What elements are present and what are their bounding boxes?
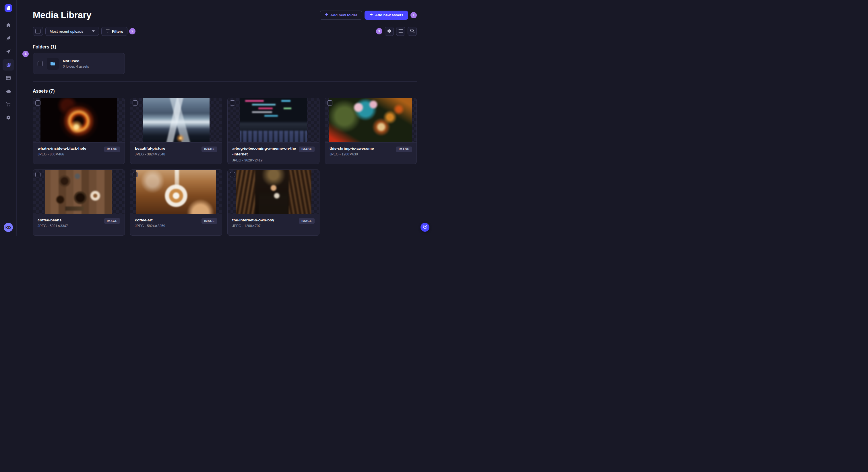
sidebar-item-deploy[interactable] bbox=[3, 86, 14, 97]
cloud-icon bbox=[5, 88, 11, 94]
asset-meta: JPEG - 1200✕630 bbox=[330, 152, 394, 156]
header-actions: Add new folder Add new assets 1 bbox=[320, 11, 417, 20]
asset-meta: JPEG - 800✕466 bbox=[38, 152, 102, 156]
search-button[interactable] bbox=[408, 27, 417, 36]
tour-step-badge-4[interactable]: 4 bbox=[22, 51, 29, 57]
add-new-assets-button[interactable]: Add new assets bbox=[365, 11, 408, 20]
folder-icon bbox=[47, 58, 59, 70]
asset-checkbox[interactable] bbox=[133, 100, 138, 105]
asset-meta: JPEG - 1200✕707 bbox=[232, 224, 297, 228]
asset-card-footer: a-bug-is-becoming-a-meme-on-the-internet… bbox=[228, 142, 319, 164]
asset-text: this-shrimp-is-awesome JPEG - 1200✕630 bbox=[330, 146, 394, 156]
folder-card[interactable]: Not used 0 folder, 4 assets bbox=[33, 53, 125, 74]
tour-step-badge-3[interactable]: 3 bbox=[376, 28, 382, 34]
asset-name: coffee-art bbox=[135, 217, 199, 223]
asset-name: a-bug-is-becoming-a-meme-on-the-internet bbox=[232, 146, 297, 158]
asset-thumbnail bbox=[40, 98, 117, 142]
sidebar-item-marketplace[interactable] bbox=[3, 99, 14, 110]
gear-icon bbox=[5, 115, 11, 121]
asset-type-badge: IMAGE bbox=[104, 146, 120, 152]
gear-icon bbox=[386, 28, 392, 34]
asset-card-footer: coffee-beans JPEG - 5021✕3347 IMAGE bbox=[33, 214, 125, 235]
filters-button[interactable]: Filters bbox=[101, 27, 127, 36]
asset-card[interactable]: coffee-art JPEG - 5824✕3259 IMAGE bbox=[130, 169, 222, 236]
asset-thumbnail-area bbox=[228, 98, 319, 142]
asset-type-badge: IMAGE bbox=[104, 218, 120, 224]
toolbar-right: 3 bbox=[376, 27, 417, 36]
asset-thumbnail-area bbox=[33, 170, 125, 214]
asset-thumbnail bbox=[329, 98, 412, 142]
asset-checkbox[interactable] bbox=[35, 172, 40, 177]
assets-section: Assets (7) what-s-inside-a-black-hole JP… bbox=[33, 89, 417, 236]
cart-icon bbox=[5, 102, 11, 107]
asset-card[interactable]: a-bug-is-becoming-a-meme-on-the-internet… bbox=[227, 98, 319, 164]
assets-grid: what-s-inside-a-black-hole JPEG - 800✕46… bbox=[33, 98, 417, 236]
asset-text: coffee-art JPEG - 5824✕3259 bbox=[135, 217, 199, 228]
asset-card-footer: what-s-inside-a-black-hole JPEG - 800✕46… bbox=[33, 142, 125, 164]
asset-checkbox[interactable] bbox=[35, 100, 40, 105]
asset-card[interactable]: the-internet-s-own-boy JPEG - 1200✕707 I… bbox=[227, 169, 319, 236]
tour-step-badge-2[interactable]: 2 bbox=[129, 28, 135, 34]
asset-card[interactable]: coffee-beans JPEG - 5021✕3347 IMAGE bbox=[33, 169, 125, 236]
asset-checkbox[interactable] bbox=[133, 172, 138, 177]
asset-type-badge: IMAGE bbox=[202, 218, 217, 224]
asset-thumbnail-area bbox=[130, 98, 222, 142]
sidebar-item-content-manager[interactable] bbox=[3, 33, 14, 44]
asset-thumbnail-area bbox=[130, 170, 222, 214]
asset-type-badge: IMAGE bbox=[299, 146, 315, 152]
layout-icon bbox=[5, 75, 11, 81]
user-avatar[interactable]: KD bbox=[4, 223, 13, 232]
sidebar-item-content-type-builder[interactable] bbox=[3, 72, 14, 84]
select-all-checkbox[interactable] bbox=[35, 29, 40, 34]
asset-checkbox[interactable] bbox=[230, 172, 235, 177]
strapi-logo-icon[interactable] bbox=[5, 4, 12, 12]
asset-type-badge: IMAGE bbox=[202, 146, 217, 152]
asset-meta: JPEG - 3628✕2419 bbox=[232, 158, 297, 162]
plus-icon bbox=[369, 13, 373, 17]
asset-text: the-internet-s-own-boy JPEG - 1200✕707 bbox=[232, 217, 297, 228]
filter-icon bbox=[105, 29, 110, 34]
asset-text: beautiful-picture JPEG - 3824✕2548 bbox=[135, 146, 199, 156]
asset-thumbnail bbox=[45, 170, 112, 214]
filter-toolbar: Most recent uploads Filters 2 3 bbox=[33, 27, 417, 36]
asset-card[interactable]: this-shrimp-is-awesome JPEG - 1200✕630 I… bbox=[324, 98, 417, 164]
asset-card-footer: the-internet-s-own-boy JPEG - 1200✕707 I… bbox=[228, 214, 319, 235]
folder-checkbox[interactable] bbox=[38, 61, 43, 66]
folder-count: 0 folder, 4 assets bbox=[63, 65, 89, 69]
paper-plane-icon bbox=[5, 49, 11, 55]
sidebar-nav bbox=[3, 20, 14, 123]
sidebar-item-media-library[interactable] bbox=[3, 59, 14, 71]
asset-type-badge: IMAGE bbox=[396, 146, 412, 152]
asset-checkbox[interactable] bbox=[230, 100, 235, 105]
asset-thumbnail-area bbox=[325, 98, 416, 142]
asset-name: this-shrimp-is-awesome bbox=[330, 146, 394, 151]
section-divider bbox=[33, 81, 417, 82]
folder-name: Not used bbox=[63, 59, 89, 64]
sidebar-item-releases[interactable] bbox=[3, 46, 14, 57]
folders-heading: Folders (1) bbox=[33, 44, 417, 49]
add-new-folder-button[interactable]: Add new folder bbox=[320, 11, 362, 20]
asset-checkbox[interactable] bbox=[327, 100, 332, 105]
asset-thumbnail bbox=[143, 98, 210, 142]
asset-thumbnail bbox=[136, 170, 216, 214]
asset-type-badge: IMAGE bbox=[299, 218, 315, 224]
list-view-button[interactable] bbox=[396, 27, 405, 36]
folders-section: 4 Folders (1) Not used 0 folder, 4 asset… bbox=[33, 44, 417, 74]
asset-name: coffee-beans bbox=[38, 217, 102, 223]
sidebar-item-home[interactable] bbox=[3, 20, 14, 31]
sidebar: KD bbox=[0, 0, 17, 236]
asset-card[interactable]: beautiful-picture JPEG - 3824✕2548 IMAGE bbox=[130, 98, 222, 164]
help-button[interactable] bbox=[421, 223, 429, 232]
question-mark-icon bbox=[423, 224, 428, 231]
asset-card-footer: coffee-art JPEG - 5824✕3259 IMAGE bbox=[130, 214, 222, 235]
sidebar-item-settings[interactable] bbox=[3, 112, 14, 123]
list-icon bbox=[398, 29, 403, 34]
asset-card[interactable]: what-s-inside-a-black-hole JPEG - 800✕46… bbox=[33, 98, 125, 164]
sort-select[interactable]: Most recent uploads bbox=[45, 27, 99, 36]
asset-text: a-bug-is-becoming-a-meme-on-the-internet… bbox=[232, 146, 297, 162]
home-icon bbox=[5, 22, 11, 28]
view-settings-button[interactable] bbox=[384, 27, 394, 36]
asset-text: what-s-inside-a-black-hole JPEG - 800✕46… bbox=[38, 146, 102, 156]
asset-card-footer: beautiful-picture JPEG - 3824✕2548 IMAGE bbox=[130, 142, 222, 164]
tour-step-badge-1[interactable]: 1 bbox=[410, 12, 417, 19]
